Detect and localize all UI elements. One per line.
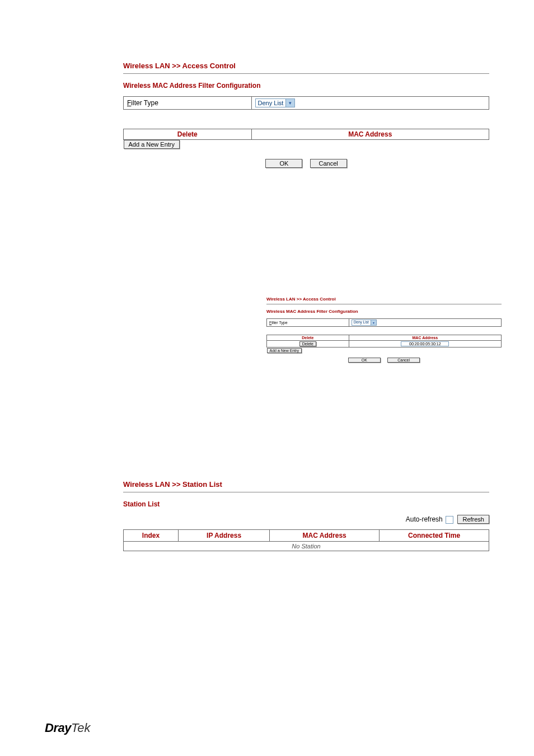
mac-filter-table-mini: Delete MAC Address Delete 00:20:00:05:30…	[266, 335, 502, 353]
row-mac-cell: 00:20:00:05:30:12	[349, 341, 501, 348]
col-connected-time: Connected Time	[380, 530, 489, 542]
add-new-entry-button[interactable]: Add a New Entry	[124, 140, 180, 149]
mac-address-input[interactable]: 00:20:00:05:30:12	[401, 341, 449, 346]
filter-type-table: Filter Type Deny List▾	[123, 96, 489, 110]
delete-row-button[interactable]: Delete	[299, 341, 316, 346]
filter-type-selected: Deny List	[256, 99, 286, 107]
ok-button[interactable]: OK	[265, 159, 302, 168]
chevron-down-icon: ▾	[285, 99, 294, 107]
page-title: Wireless LAN >> Access Control	[123, 62, 489, 74]
filter-type-value-cell: Deny List▾	[251, 97, 489, 110]
station-list-section: Wireless LAN >> Station List Station Lis…	[123, 480, 489, 551]
filter-type-selected-mini: Deny List	[352, 320, 371, 324]
filter-type-select-mini[interactable]: Deny List▾	[352, 320, 377, 326]
station-table: Index IP Address MAC Address Connected T…	[123, 529, 489, 551]
col-mac: MAC Address	[251, 129, 489, 140]
cancel-button-mini[interactable]: Cancel	[387, 358, 420, 363]
chevron-down-icon: ▾	[371, 320, 376, 325]
filter-type-value-cell-mini: Deny List▾	[349, 319, 501, 327]
col-delete-mini: Delete	[267, 335, 349, 341]
auto-refresh-checkbox[interactable]	[446, 516, 453, 524]
auto-refresh-label: Auto-refresh	[406, 515, 443, 523]
col-delete: Delete	[124, 129, 252, 140]
page-title-mini: Wireless LAN >> Access Control	[266, 297, 502, 304]
add-new-entry-button-mini[interactable]: Add a New Entry	[267, 348, 302, 353]
station-list-title: Wireless LAN >> Station List	[123, 480, 489, 492]
col-mac-mini: MAC Address	[349, 335, 501, 341]
no-station-text: No Station	[124, 542, 489, 551]
access-control-section: Wireless LAN >> Access Control Wireless …	[123, 62, 489, 168]
filter-type-label: ilter Type	[131, 99, 158, 107]
col-mac-station: MAC Address	[270, 530, 380, 542]
col-index: Index	[124, 530, 179, 542]
config-subtitle: Wireless MAC Address Filter Configuratio…	[123, 82, 489, 90]
filter-type-table-mini: Filter Type Deny List▾	[266, 318, 502, 327]
filter-type-label-cell-mini: Filter Type	[267, 319, 349, 327]
config-subtitle-mini: Wireless MAC Address Filter Configuratio…	[266, 309, 502, 314]
refresh-row: Auto-refresh Refresh	[123, 515, 489, 524]
row-delete-cell: Delete	[267, 341, 349, 348]
col-ip: IP Address	[178, 530, 269, 542]
button-row: OK Cancel	[123, 159, 489, 168]
filter-type-label-cell: Filter Type	[124, 97, 252, 110]
cancel-button[interactable]: Cancel	[310, 159, 347, 168]
filter-type-select[interactable]: Deny List▾	[255, 98, 296, 107]
ok-button-mini[interactable]: OK	[348, 358, 381, 363]
station-list-subtitle: Station List	[123, 500, 489, 508]
access-control-section-mini: Wireless LAN >> Access Control Wireless …	[266, 297, 502, 363]
mac-filter-table: Delete MAC Address Add a New Entry	[123, 129, 489, 149]
button-row-mini: OK Cancel	[266, 358, 502, 363]
refresh-button[interactable]: Refresh	[457, 515, 489, 524]
